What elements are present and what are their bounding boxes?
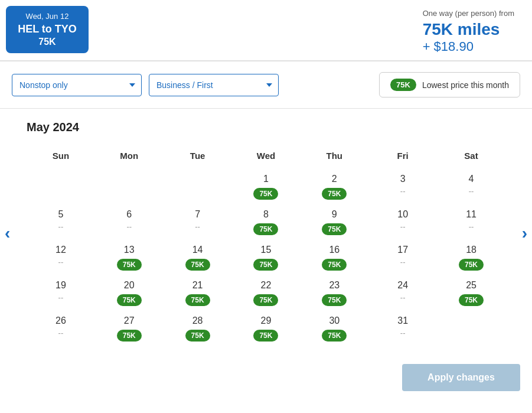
price-info: One way (per person) from 75K miles + $1… [423,6,514,54]
day-number: 21 [166,280,230,291]
day-number: 9 [302,209,366,220]
day-header-sat: Sat [437,146,505,169]
nonstop-select[interactable]: Nonstop only All flights [12,74,142,96]
day-header-fri: Fri [368,146,437,169]
badge-pill: 75K [390,79,416,91]
prev-month-button[interactable]: ‹ [5,224,10,243]
day-number: 20 [97,280,161,291]
price-pill[interactable]: 75K [253,188,278,200]
day-number: 25 [439,280,503,291]
flight-miles: 75K [17,37,78,47]
header: Wed, Jun 12 HEL to TYO 75K One way (per … [0,0,532,61]
price-unavailable: -- [29,222,93,231]
price-pill[interactable]: 75K [185,294,210,306]
day-number: 26 [29,316,93,326]
day-header-mon: Mon [95,146,164,169]
day-number: 4 [439,174,503,184]
day-number: 17 [371,245,435,255]
table-row[interactable]: 2375K [300,275,368,311]
price-label: One way (per person) from [423,9,514,18]
calendar-week-row: 175K275K3--4-- [27,169,505,204]
calendar-week-row: 12--1375K1475K1575K1675K17--1875K [27,240,505,275]
flight-card: Wed, Jun 12 HEL to TYO 75K [6,6,89,53]
price-pill[interactable]: 75K [322,294,347,306]
table-row[interactable]: 2275K [232,275,301,311]
table-row [437,311,505,346]
table-row[interactable]: 2975K [232,311,301,346]
table-row[interactable]: 1375K [95,240,164,275]
table-row: 10-- [368,204,437,240]
price-pill[interactable]: 75K [322,223,347,235]
flight-date: Wed, Jun 12 [17,12,78,21]
day-number: 2 [302,174,366,184]
price-pill[interactable]: 75K [253,330,278,342]
next-month-button[interactable]: › [522,224,527,243]
table-row[interactable]: 1475K [164,240,232,275]
price-pill[interactable]: 75K [253,294,278,306]
table-row [95,169,164,204]
cabin-select[interactable]: Business / First Economy Premium Economy [149,74,279,96]
price-unavailable: -- [371,293,435,302]
table-row: 6-- [95,204,164,240]
table-row[interactable]: 2075K [95,275,164,311]
day-number: 18 [439,245,503,255]
price-unavailable: -- [29,329,93,337]
table-row[interactable]: 2575K [437,275,505,311]
table-row[interactable]: 2875K [164,311,232,346]
price-unavailable: -- [371,329,435,337]
table-row [27,169,95,204]
calendar-week-row: 26--2775K2875K2975K3075K31-- [27,311,505,346]
lowest-badge-text: Lowest price this month [422,80,509,90]
table-row: 17-- [368,240,437,275]
price-unavailable: -- [97,222,161,231]
table-row[interactable]: 2175K [164,275,232,311]
day-number: 3 [371,174,435,184]
table-row[interactable]: 1875K [437,240,505,275]
price-pill[interactable]: 75K [253,259,278,271]
price-pill[interactable]: 75K [322,188,347,200]
price-pill[interactable]: 75K [322,259,347,271]
day-header-sun: Sun [27,146,95,169]
table-row[interactable]: 975K [300,204,368,240]
lowest-price-badge: 75K Lowest price this month [379,72,520,97]
day-number: 28 [166,316,230,326]
day-number: 10 [371,209,435,220]
day-number: 6 [97,209,161,220]
price-pill[interactable]: 75K [185,259,210,271]
price-unavailable: -- [371,187,435,196]
day-number: 11 [439,209,503,220]
table-row[interactable]: 1575K [232,240,301,275]
table-row[interactable]: 275K [300,169,368,204]
price-pill[interactable]: 75K [322,330,347,342]
table-row: 12-- [27,240,95,275]
price-pill[interactable]: 75K [117,259,142,271]
table-row[interactable]: 175K [232,169,301,204]
miles-large: 75K miles [423,20,514,39]
table-row: 24-- [368,275,437,311]
day-number: 31 [371,316,435,326]
table-row[interactable]: 3075K [300,311,368,346]
apply-changes-button[interactable]: Apply changes [402,364,520,391]
calendar-week-row: 5--6--7--875K975K10--11-- [27,204,505,240]
table-row[interactable]: 2775K [95,311,164,346]
calendar-table: Sun Mon Tue Wed Thu Fri Sat 175K275K3--4… [27,146,505,346]
table-row: 19-- [27,275,95,311]
table-row: 26-- [27,311,95,346]
day-number: 1 [234,174,298,184]
calendar-week-row: 19--2075K2175K2275K2375K24--2575K [27,275,505,311]
price-pill[interactable]: 75K [459,259,484,271]
table-row: 5-- [27,204,95,240]
table-row [164,169,232,204]
price-pill[interactable]: 75K [459,294,484,306]
day-header-thu: Thu [300,146,368,169]
day-number: 7 [166,209,230,220]
price-pill[interactable]: 75K [253,223,278,235]
price-unavailable: -- [371,258,435,266]
table-row[interactable]: 1675K [300,240,368,275]
day-number: 13 [97,245,161,255]
price-pill[interactable]: 75K [117,330,142,342]
price-pill[interactable]: 75K [185,330,210,342]
day-number: 14 [166,245,230,255]
price-pill[interactable]: 75K [117,294,142,306]
table-row[interactable]: 875K [232,204,301,240]
